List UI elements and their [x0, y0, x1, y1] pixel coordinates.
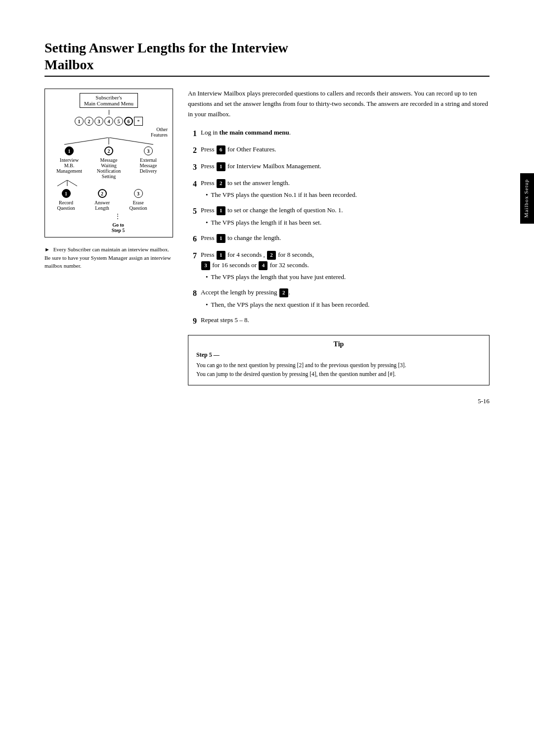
- kbd-2-step8: 2: [279, 288, 288, 297]
- step-5: 5 Press 1 to set or change the length of…: [188, 205, 490, 228]
- kbd-3-step7: 3: [201, 261, 210, 270]
- num-6: 6: [124, 117, 133, 126]
- step-8: 8 Accept the length by pressing 2. • The…: [188, 287, 490, 310]
- num-3: 3: [94, 117, 103, 126]
- note-box: ► Every Subscriber can maintain an inter…: [44, 245, 173, 270]
- tip-body: You can go to the next question by press…: [196, 361, 481, 379]
- level2-row: 1 InterviewM.B.Management 2 MessageWaiti…: [48, 146, 170, 179]
- level3-item-1: 1 RecordQuestion: [50, 189, 82, 211]
- step4-bullet: • The VPS plays the question No.1 if it …: [206, 190, 357, 200]
- diagram: Subscriber's Main Command Menu 1 2 3 4 5…: [44, 89, 173, 237]
- num-4: 4: [104, 117, 113, 126]
- step-num-4: 4: [188, 178, 197, 201]
- level3-item-2: 2 AnswerLength: [86, 189, 118, 211]
- page-title: Setting Answer Lengths for the Interview…: [44, 40, 490, 73]
- step-content-9: Repeat steps 5 – 8.: [201, 315, 249, 327]
- step-content-2: Press 6 for Other Features.: [201, 144, 276, 156]
- level2-label-1: InterviewM.B.Management: [52, 157, 87, 174]
- step-2: 2 Press 6 for Other Features.: [188, 144, 490, 156]
- right-panel: An Interview Mailbox plays prerecorded q…: [188, 89, 490, 385]
- step-num-1: 1: [188, 128, 197, 140]
- ellipsis: ⋮: [67, 213, 170, 220]
- steps-list: 1 Log in the main command menu. 2 Press …: [188, 128, 490, 327]
- other-features-label: OtherFeatures: [48, 127, 170, 138]
- level2-item-2: 2 MessageWaitingNotificationSetting: [91, 146, 126, 179]
- step-num-7: 7: [188, 250, 197, 283]
- level3-item-3: 3 EraseQuestion: [122, 189, 154, 211]
- kbd-2-step4: 2: [217, 179, 225, 188]
- level2-item-1: 1 InterviewM.B.Management: [52, 146, 87, 179]
- num-1: 1: [75, 117, 84, 126]
- description-text: An Interview Mailbox plays prerecorded q…: [188, 89, 490, 119]
- step-num-2: 2: [188, 144, 197, 156]
- step-num-6: 6: [188, 233, 197, 245]
- sidebar-label: Mailbox Setup: [523, 179, 529, 218]
- step-4: 4 Press 2 to set the answer length. • Th…: [188, 178, 490, 201]
- kbd-2-step7: 2: [267, 251, 276, 260]
- sidebar-tab: Mailbox Setup: [520, 173, 534, 224]
- step-content-4: Press 2 to set the answer length. • The …: [201, 178, 357, 201]
- level2-num-2: 2: [104, 146, 113, 155]
- tip-title: Tip: [196, 340, 481, 348]
- step-7: 7 Press 1 for 4 seconds , 2 for 8 second…: [188, 250, 490, 283]
- menu-label-line1: Subscriber's: [95, 94, 122, 100]
- level2-num-1: 1: [65, 146, 74, 155]
- level3-row: 1 RecordQuestion 2 AnswerLength 3 EraseQ…: [48, 189, 170, 211]
- step-num-9: 9: [188, 315, 197, 327]
- tip-box: Tip Step 5 — You can go to the next ques…: [188, 335, 490, 385]
- step-num-5: 5: [188, 205, 197, 228]
- level2-num-3: 3: [144, 146, 153, 155]
- arrow-bullet: ►: [44, 245, 50, 254]
- step-9: 9 Repeat steps 5 – 8.: [188, 315, 490, 327]
- kbd-6: 6: [217, 145, 225, 154]
- level2-label-2: MessageWaitingNotificationSetting: [91, 157, 126, 179]
- menu-box: Subscriber's Main Command Menu: [80, 93, 138, 108]
- svg-line-0: [64, 138, 109, 144]
- step-content-1: Log in the main command menu.: [201, 128, 291, 140]
- num-2: 2: [85, 117, 93, 126]
- page: Mailbox Setup Setting Answer Lengths for…: [0, 0, 534, 425]
- step5-bullet: • The VPS plays the length if it has bee…: [206, 218, 343, 228]
- step-content-7: Press 1 for 4 seconds , 2 for 8 seconds,…: [201, 250, 346, 283]
- step8-bullet: • Then, the VPS plays the next question …: [206, 300, 369, 310]
- page-number: 5-16: [478, 397, 490, 405]
- step-content-6: Press 1 to change the length.: [201, 233, 281, 245]
- step-num-3: 3: [188, 161, 197, 173]
- page-footer: 5-16: [478, 397, 490, 405]
- num-5: 5: [114, 117, 123, 126]
- kbd-4-step7: 4: [259, 261, 267, 270]
- level3-label-3: EraseQuestion: [122, 200, 154, 211]
- level3-num-3: 3: [134, 189, 143, 198]
- kbd-1-step5: 1: [217, 206, 225, 215]
- left-panel: Subscriber's Main Command Menu 1 2 3 4 5…: [44, 89, 173, 385]
- kbd-1-step7: 1: [217, 251, 225, 260]
- step-content-3: Press 1 for Interview Mailbox Management…: [201, 161, 321, 173]
- go-to-step: Go toStep 5: [67, 222, 170, 233]
- step-num-8: 8: [188, 287, 197, 310]
- step-content-5: Press 1 to set or change the length of q…: [201, 205, 343, 228]
- step-6: 6 Press 1 to change the length.: [188, 233, 490, 245]
- level3-label-2: AnswerLength: [86, 200, 118, 211]
- svg-line-2: [109, 138, 153, 144]
- level3-num-1: 1: [62, 189, 71, 198]
- level2-label-3: ExternalMessageDelivery: [131, 157, 166, 174]
- step-1: 1 Log in the main command menu.: [188, 128, 490, 140]
- note-text: ► Every Subscriber can maintain an inter…: [44, 245, 173, 270]
- level2-item-3: 3 ExternalMessageDelivery: [131, 146, 166, 179]
- svg-line-5: [67, 180, 77, 186]
- title-line1: Setting Answer Lengths for the Interview: [44, 40, 288, 55]
- level3-num-2: 2: [98, 189, 107, 198]
- kbd-1-step3: 1: [217, 162, 225, 171]
- tip-step-label: Step 5 —: [196, 351, 481, 359]
- kbd-1-step6: 1: [217, 234, 225, 243]
- branch-svg-level1: [54, 138, 163, 145]
- title-line2: Mailbox: [44, 57, 94, 72]
- step-3: 3 Press 1 for Interview Mailbox Manageme…: [188, 161, 490, 173]
- num-star: *: [134, 117, 143, 126]
- num-row: 1 2 3 4 5 6 *: [48, 117, 170, 126]
- level3-label-1: RecordQuestion: [50, 200, 82, 211]
- svg-line-3: [57, 180, 67, 186]
- step7-bullet: • The VPS plays the length that you have…: [206, 272, 346, 283]
- branch-svg-level2: [55, 180, 119, 187]
- step-content-8: Accept the length by pressing 2. • Then,…: [201, 287, 369, 310]
